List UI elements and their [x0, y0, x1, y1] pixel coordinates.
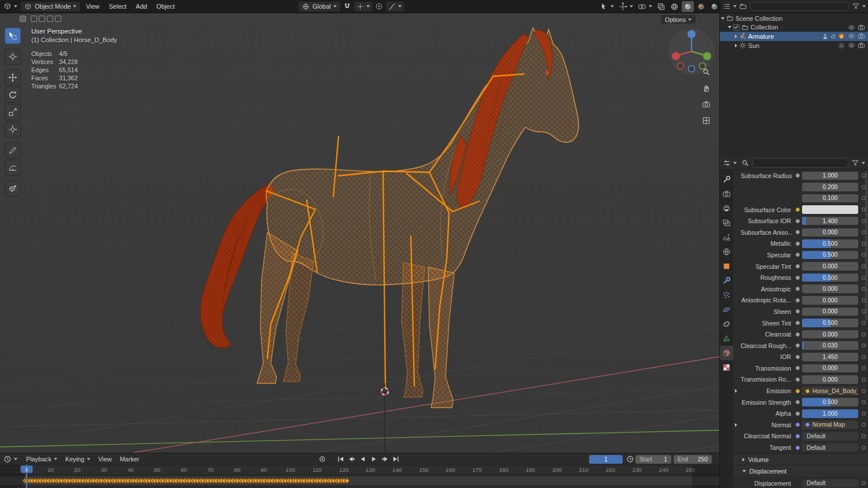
pan-button[interactable]	[700, 82, 712, 94]
property-slider[interactable]: 0.000	[802, 228, 858, 237]
properties-search-input[interactable]	[752, 158, 848, 168]
outliner-filter-chevron-icon[interactable]	[862, 5, 866, 8]
jump-to-end-button[interactable]	[391, 454, 400, 464]
play-reverse-button[interactable]	[358, 454, 367, 464]
outliner-filter-icon[interactable]	[852, 2, 860, 10]
outliner-editor-icon[interactable]	[723, 2, 731, 10]
keyframe-channel[interactable]	[0, 476, 719, 485]
collection-toggle-3[interactable]	[47, 16, 53, 22]
properties-tab-particles[interactable]	[720, 288, 733, 302]
toggle-xray-button[interactable]	[655, 1, 667, 12]
properties-tab-render[interactable]	[720, 187, 733, 201]
tool-move[interactable]	[5, 69, 21, 86]
horse-mesh[interactable]	[200, 28, 579, 408]
property-slider[interactable]: 0.000	[802, 284, 858, 293]
preview-range-icon[interactable]	[626, 455, 634, 463]
decorator-dot[interactable]	[862, 321, 866, 325]
decorator-dot[interactable]	[862, 481, 866, 485]
property-link[interactable]: Normal Map	[802, 421, 858, 430]
outliner-row-armature[interactable]: Armature	[720, 32, 868, 41]
disable-in-renders-icon[interactable]	[858, 32, 865, 40]
property-link[interactable]: Horse_D4_Body_Diffuse	[802, 387, 858, 395]
timeline-menu-marker[interactable]: Marker	[116, 456, 144, 463]
timeline-menu-playback[interactable]: Playback	[22, 456, 61, 463]
local-view-toggle[interactable]	[20, 16, 26, 22]
timeline-editor-icon[interactable]	[3, 455, 12, 463]
timeline-ruler[interactable]: 1102030405060708090100110120130140150160…	[0, 465, 719, 475]
chain-badge-icon[interactable]	[830, 33, 837, 40]
editor-type-chevron-icon[interactable]	[14, 5, 17, 8]
snap-toggle-button[interactable]	[343, 2, 351, 10]
show-selectability-button[interactable]	[598, 1, 616, 12]
decorator-dot[interactable]	[862, 400, 866, 404]
tool-rotate[interactable]	[5, 87, 21, 103]
disable-in-renders-icon[interactable]	[858, 24, 865, 31]
properties-scrollbar[interactable]	[865, 171, 867, 321]
viewport-3d[interactable]: Options User Perspective (1) Collection …	[0, 13, 719, 453]
properties-tab-tool[interactable]	[720, 172, 733, 187]
falloff-dropdown[interactable]	[386, 2, 404, 12]
options-dropdown[interactable]: Options	[661, 15, 696, 24]
zoom-button[interactable]	[700, 66, 712, 77]
displacement-enum[interactable]: Default	[802, 479, 858, 488]
property-slider[interactable]: 0.000	[802, 308, 858, 316]
properties-filter-chevron-icon[interactable]	[862, 162, 865, 164]
auto-keyframe-button[interactable]	[317, 454, 327, 464]
expand-icon[interactable]	[721, 17, 724, 20]
properties-tab-physics[interactable]	[720, 302, 733, 317]
property-slider[interactable]: 0.000	[802, 364, 858, 373]
decorator-dot[interactable]	[862, 446, 866, 450]
property-value-field[interactable]: 0.200	[802, 183, 858, 191]
property-enum[interactable]: Default	[802, 443, 858, 452]
hide-in-viewport-icon[interactable]	[848, 42, 855, 49]
properties-editor-chevron-icon[interactable]	[733, 162, 737, 164]
frame-end-field[interactable]: End 250	[674, 455, 712, 464]
properties-tab-texture[interactable]	[720, 360, 733, 375]
hide-in-viewport-icon[interactable]	[848, 24, 855, 31]
sun-badge-icon[interactable]	[838, 42, 845, 49]
outliner-row-sun[interactable]: Sun	[720, 41, 868, 50]
property-slider[interactable]: 0.000	[802, 262, 858, 271]
menu-add[interactable]: Add	[131, 0, 152, 13]
property-value-field[interactable]: 1.000	[802, 172, 858, 180]
decorator-dot[interactable]	[862, 343, 866, 347]
property-slider[interactable]: 0.000	[802, 375, 858, 384]
shading-wireframe-button[interactable]	[668, 1, 681, 12]
property-slider[interactable]: 0.500	[802, 273, 858, 282]
property-slider[interactable]: 0.500	[802, 398, 858, 406]
properties-tab-output[interactable]	[720, 201, 733, 216]
playhead-handle[interactable]: 1	[21, 465, 33, 473]
decorator-dot[interactable]	[862, 412, 866, 416]
tool-tweak-select[interactable]	[5, 28, 21, 44]
shield-badge-icon[interactable]	[838, 33, 845, 40]
tool-add-cube[interactable]	[5, 180, 21, 197]
decorator-dot[interactable]	[862, 434, 866, 438]
menu-view[interactable]: View	[81, 0, 104, 13]
outliner-row-collection[interactable]: Collection	[720, 23, 868, 32]
decorator-dot[interactable]	[862, 378, 866, 382]
timeline-editor-chevron-icon[interactable]	[14, 458, 17, 460]
person-badge-icon[interactable]	[822, 33, 829, 40]
hide-in-viewport-icon[interactable]	[848, 32, 855, 40]
expand-icon[interactable]	[735, 35, 737, 38]
collection-toggle-4[interactable]	[55, 16, 61, 22]
current-frame-field[interactable]: 1	[589, 455, 623, 464]
property-slider[interactable]: 0.500	[802, 239, 858, 248]
properties-tab-view-layer[interactable]	[720, 216, 733, 230]
property-slider[interactable]: 1.000	[802, 409, 858, 418]
tool-cursor[interactable]	[5, 49, 21, 65]
property-value-field[interactable]: 1.450	[802, 353, 858, 361]
properties-filter-icon[interactable]	[851, 159, 859, 167]
collection-toggle-2[interactable]	[39, 16, 45, 22]
jump-to-start-button[interactable]	[336, 454, 345, 464]
camera-view-button[interactable]	[700, 98, 712, 110]
show-selectability-chevron-icon[interactable]	[610, 5, 614, 8]
color-swatch[interactable]	[802, 205, 858, 214]
tool-measure[interactable]	[5, 160, 21, 176]
panel-volume[interactable]: Volume	[733, 453, 868, 465]
tool-transform[interactable]	[5, 121, 21, 138]
tool-annotate[interactable]	[5, 142, 21, 158]
mode-dropdown[interactable]: Object Mode	[21, 2, 80, 12]
outliner-display-mode-icon[interactable]	[739, 2, 747, 10]
property-enum[interactable]: Default	[802, 432, 858, 441]
